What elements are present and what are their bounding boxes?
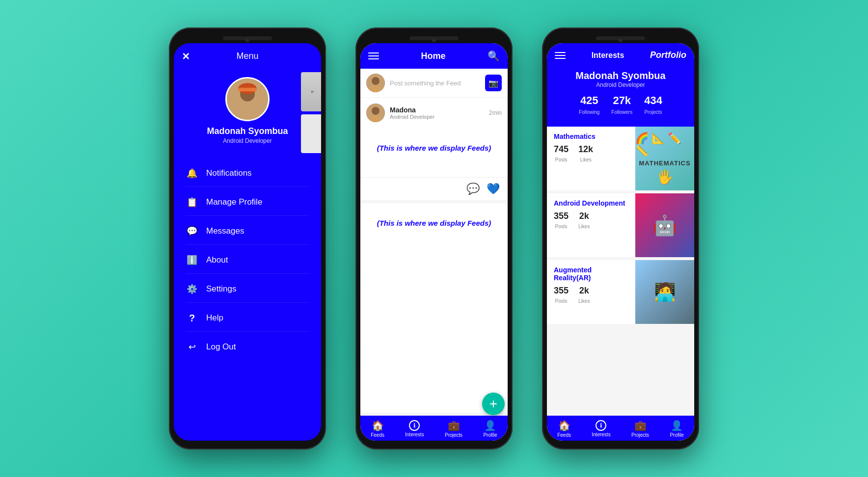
profile-nav-icon-3: 👤	[671, 420, 683, 431]
search-icon[interactable]: 🔍	[488, 50, 500, 62]
nav-profile-3[interactable]: 👤 Profile	[670, 420, 683, 438]
stat-projects-num: 434	[644, 94, 662, 107]
interests-header-top: Interests Portfolio	[555, 50, 686, 60]
hamburger-line	[368, 55, 379, 56]
hamburger-line	[368, 58, 379, 59]
menu-title: Menu	[236, 51, 258, 61]
menu-item-about[interactable]: ℹ️ About	[186, 247, 309, 274]
hamburger-line	[555, 55, 566, 56]
like-button[interactable]: 💙	[487, 183, 500, 195]
android-posts-label: Posts	[555, 224, 568, 229]
profile-icon: 📋	[186, 196, 198, 209]
nav-feeds-3[interactable]: 🏠 Feeds	[557, 420, 571, 438]
hamburger-menu-button[interactable]	[368, 53, 379, 59]
menu-header: ✕ Menu	[174, 43, 321, 69]
nav-label-feeds-3: Feeds	[557, 432, 571, 438]
nav-interests[interactable]: ℹ Interests	[405, 420, 424, 437]
interest-image-ar: 🧑‍💻	[635, 260, 694, 324]
stat-following-num: 425	[579, 94, 599, 107]
ar-posts-label: Posts	[555, 298, 568, 304]
home-icon: 🏠	[372, 420, 384, 431]
camera-button[interactable]: 📷	[485, 75, 502, 91]
menu-item-logout[interactable]: ↩ Log Out	[186, 334, 309, 360]
fab-add-button[interactable]: +	[482, 393, 505, 415]
nav-interests-3[interactable]: ℹ Interests	[592, 420, 610, 437]
settings-icon: ⚙️	[186, 283, 198, 295]
projects-icon: 💼	[448, 420, 460, 431]
close-button[interactable]: ✕	[182, 51, 190, 62]
stats-row: 425 Following 27k Followers 434 Projects	[555, 94, 686, 116]
interest-info-android: Android Development 355 Posts 2k Likes	[547, 193, 635, 257]
nav-label-feeds: Feeds	[371, 432, 384, 438]
interest-stat-likes-ar: 2k Likes	[578, 286, 590, 305]
profile-nav-icon: 👤	[484, 420, 496, 431]
menu-item-settings[interactable]: ⚙️ Settings	[186, 276, 309, 303]
interest-image-math: 🌈 📐 ✏️ 📏 MATHEMATICS 🖐	[635, 127, 694, 190]
help-icon: ?	[186, 312, 198, 324]
math-likes-label: Likes	[580, 157, 591, 162]
menu-item-label-messages: Messages	[206, 226, 244, 236]
ar-person-icon: 🧑‍💻	[654, 282, 676, 302]
menu-item-manage-profile[interactable]: 📋 Manage Profile	[186, 189, 309, 216]
interests-header: Interests Portfolio Madonah Syombua Andr…	[547, 43, 694, 127]
post-avatar	[366, 74, 385, 92]
nav-feeds[interactable]: 🏠 Feeds	[371, 420, 384, 438]
ar-likes-num: 2k	[578, 286, 590, 296]
nav-label-projects: Projects	[445, 432, 462, 438]
nav-label-profile: Profile	[483, 432, 497, 438]
side-panel-item2	[301, 114, 321, 154]
comment-button[interactable]: 💬	[466, 183, 480, 195]
menu-item-help[interactable]: ? Help	[186, 305, 309, 332]
menu-item-messages[interactable]: 💬 Messages	[186, 218, 309, 245]
hand-icon: 🖐	[656, 169, 674, 185]
feed-avatar	[366, 104, 385, 122]
stat-followers-num: 27k	[611, 94, 632, 107]
interest-item-math[interactable]: Mathematics 745 Posts 12k Likes	[547, 127, 694, 190]
bottom-nav: 🏠 Feeds ℹ Interests 💼 Projects 👤 Profile	[360, 416, 508, 441]
nav-profile[interactable]: 👤 Profile	[483, 420, 497, 438]
feed-body: (This is where we display Feeds)	[360, 128, 508, 177]
nav-projects-3[interactable]: 💼 Projects	[631, 420, 649, 438]
feed-actions: 💬 💙	[360, 177, 508, 200]
post-bar: Post something the Feed 📷	[360, 69, 508, 98]
hamburger-line	[555, 52, 566, 53]
nav-label-interests-3: Interests	[592, 432, 610, 437]
math-likes-num: 12k	[578, 144, 593, 155]
info-icon: ℹ️	[186, 254, 198, 266]
message-icon: 💬	[186, 225, 198, 238]
feed-placeholder-text: (This is where we display Feeds)	[377, 144, 491, 152]
bottom-nav-3: 🏠 Feeds ℹ Interests 💼 Projects 👤 Profile	[547, 416, 694, 441]
interests-profile-name: Madonah Syombua	[555, 70, 686, 81]
side-panel: ▶	[299, 69, 321, 156]
interest-info-math: Mathematics 745 Posts 12k Likes	[547, 127, 635, 190]
hamburger-line	[368, 53, 379, 53]
post-input-placeholder[interactable]: Post something the Feed	[390, 80, 480, 87]
menu-items-list: 🔔 Notifications 📋 Manage Profile 💬 Messa…	[174, 156, 321, 364]
nav-label-projects-3: Projects	[631, 432, 649, 438]
nav-label-profile-3: Profile	[670, 432, 683, 438]
menu-item-label-about: About	[206, 255, 228, 265]
feed-user-name: Madona	[390, 106, 434, 114]
menu-item-label-settings: Settings	[206, 284, 236, 294]
menu-item-notifications[interactable]: 🔔 Notifications	[186, 160, 309, 187]
math-posts-num: 745	[554, 144, 569, 155]
interests-icon-3: ℹ	[596, 420, 606, 431]
feed-user-info: Madona Android Developer	[366, 104, 434, 122]
interest-name-ar: Augmented Reality(AR)	[554, 266, 628, 282]
portfolio-logo: Portfolio	[650, 50, 686, 60]
feed-card-header: Madona Android Developer 2min	[360, 98, 508, 128]
projects-icon-3: 💼	[634, 420, 647, 431]
menu-item-label-help: Help	[206, 313, 223, 323]
interest-item-ar[interactable]: Augmented Reality(AR) 355 Posts 2k Likes	[547, 260, 694, 324]
nav-projects[interactable]: 💼 Projects	[445, 420, 462, 438]
hamburger-menu-button-3[interactable]	[555, 52, 566, 59]
stat-following: 425 Following	[579, 94, 599, 116]
interest-stats-math: 745 Posts 12k Likes	[554, 144, 628, 163]
interests-icon: ℹ	[409, 420, 420, 431]
feed-user-role: Android Developer	[390, 114, 434, 120]
menu-profile-role: Android Developer	[223, 137, 271, 144]
interest-item-android[interactable]: Android Development 355 Posts 2k Likes	[547, 193, 694, 257]
stat-followers-label: Followers	[611, 109, 632, 115]
nav-label-interests: Interests	[405, 432, 424, 437]
menu-item-label-notifications: Notifications	[206, 168, 252, 178]
